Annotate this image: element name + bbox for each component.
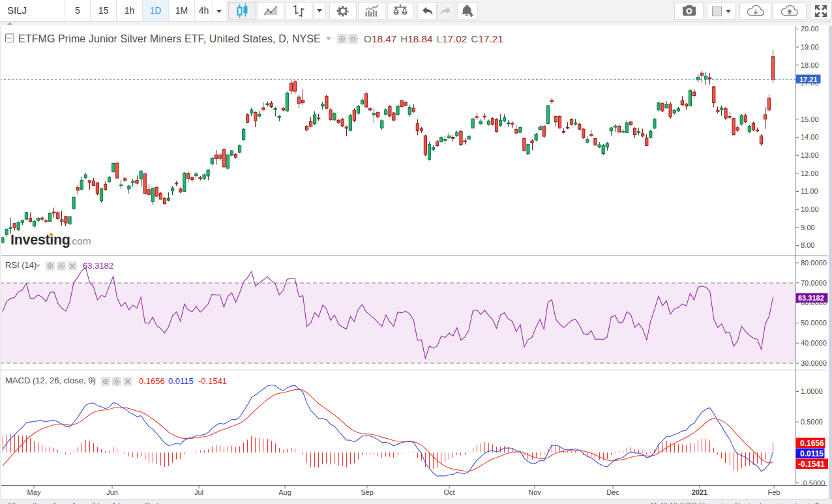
- svg-text:18.00: 18.00: [801, 61, 819, 69]
- svg-text:10.00: 10.00: [801, 205, 819, 213]
- svg-text:Jul: Jul: [194, 488, 203, 496]
- svg-text:50.0000: 50.0000: [801, 319, 827, 327]
- svg-text:-0.5000: -0.5000: [801, 479, 825, 487]
- svg-text:30.0000: 30.0000: [801, 359, 827, 367]
- svg-text:May: May: [27, 488, 41, 496]
- svg-text:1.0000: 1.0000: [801, 387, 823, 395]
- svg-text:9.00: 9.00: [801, 224, 814, 231]
- svg-text:70.0000: 70.0000: [801, 279, 827, 287]
- svg-text:17.21: 17.21: [799, 76, 818, 83]
- svg-text:19.00: 19.00: [801, 43, 819, 51]
- svg-text:Feb: Feb: [768, 488, 780, 496]
- svg-text:.com: .com: [69, 235, 91, 246]
- svg-text:12.00: 12.00: [801, 170, 819, 177]
- svg-text:63.3182: 63.3182: [83, 261, 113, 271]
- svg-text:Investing: Investing: [10, 232, 70, 248]
- svg-text:-0.1541: -0.1541: [198, 376, 227, 386]
- svg-text:14.00: 14.00: [801, 133, 819, 141]
- svg-text:20.00: 20.00: [801, 25, 819, 33]
- svg-text:0.1656: 0.1656: [800, 439, 824, 448]
- svg-text:MACD (12, 26, close, 9): MACD (12, 26, close, 9): [5, 376, 96, 385]
- svg-text:2021: 2021: [692, 488, 707, 496]
- svg-text:ETFMG Prime Junior Silver Mine: ETFMG Prime Junior Silver Miners ETF, Un…: [18, 33, 321, 44]
- svg-text:80.0000: 80.0000: [801, 259, 827, 267]
- svg-text:Dec: Dec: [606, 488, 619, 496]
- svg-text:8.00: 8.00: [801, 241, 814, 249]
- svg-text:Aug: Aug: [278, 488, 291, 496]
- svg-text:0.0115: 0.0115: [800, 449, 824, 458]
- svg-text:Jun: Jun: [106, 488, 118, 496]
- svg-text:0.0115: 0.0115: [168, 376, 194, 386]
- svg-text:0.5000: 0.5000: [801, 418, 823, 426]
- svg-text:Sep: Sep: [361, 488, 374, 496]
- svg-text:Oct: Oct: [443, 488, 454, 496]
- svg-text:Nov: Nov: [528, 488, 541, 496]
- svg-text:15.00: 15.00: [801, 115, 819, 123]
- svg-text:0.1656: 0.1656: [139, 376, 165, 386]
- svg-text:63.3182: 63.3182: [798, 294, 824, 302]
- svg-text:40.0000: 40.0000: [801, 339, 827, 347]
- svg-text:RSI (14): RSI (14): [5, 260, 37, 270]
- svg-text:13.00: 13.00: [801, 151, 819, 159]
- svg-text:11.00: 11.00: [801, 187, 818, 195]
- svg-text:-0.1541: -0.1541: [798, 460, 825, 469]
